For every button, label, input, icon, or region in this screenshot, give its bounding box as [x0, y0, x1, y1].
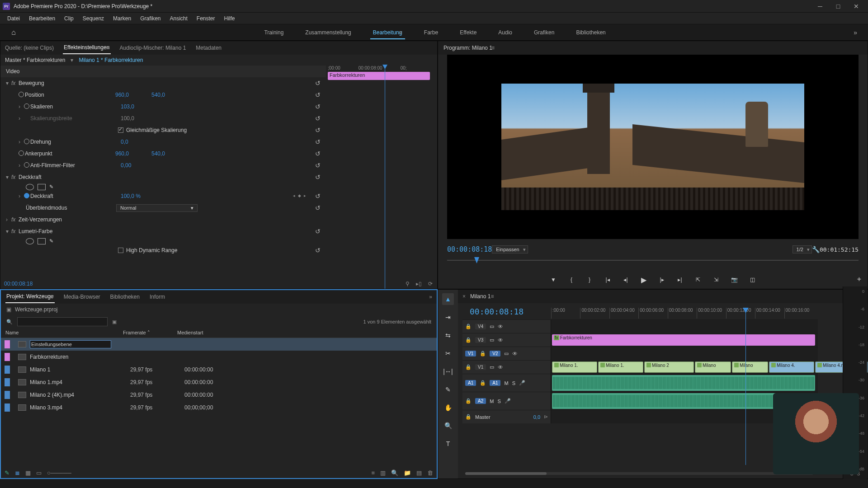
solo-icon[interactable]: S	[497, 399, 500, 404]
clip-video[interactable]: Milano 2	[644, 361, 694, 373]
razor-tool[interactable]: ✂	[442, 347, 454, 359]
timeline-timecode[interactable]: 00:00:08:18	[470, 307, 524, 316]
delete-icon[interactable]: 🗑	[427, 469, 433, 476]
ec-time-remap[interactable]: Zeit-Verzerrungen	[19, 216, 109, 223]
voice-icon[interactable]: 🎤	[505, 398, 511, 404]
lock-icon[interactable]: 🔒	[480, 380, 486, 386]
track-a2[interactable]: A2	[475, 398, 486, 404]
reset-icon[interactable]: ↺	[315, 115, 321, 122]
lock-icon[interactable]: 🔒	[465, 364, 472, 370]
mask-pen-icon[interactable]: ✎	[49, 184, 57, 190]
kf-prev-icon[interactable]: ◂	[293, 193, 295, 198]
mask-rect-icon[interactable]	[38, 184, 46, 190]
program-tc-current[interactable]: 00:00:08:18	[447, 245, 492, 253]
eye-icon[interactable]: 👁	[498, 364, 503, 371]
close-button[interactable]: ✕	[847, 0, 865, 13]
mark-in-icon[interactable]: ▼	[549, 275, 558, 284]
label-chip[interactable]	[5, 353, 10, 361]
ec-flicker-v[interactable]: 0,00	[121, 162, 157, 169]
expand-icon[interactable]: ⊳	[544, 414, 548, 420]
label-chip[interactable]	[5, 404, 10, 412]
tab-media-browser[interactable]: Media-Browser	[63, 291, 101, 303]
ws-menu-icon[interactable]: ≡	[399, 29, 402, 36]
list-view-icon[interactable]: ≣	[15, 469, 20, 476]
zoom-slider[interactable]: ○─────	[47, 469, 71, 476]
new-bin-icon[interactable]: 📁	[404, 469, 411, 476]
mute-icon[interactable]: M	[504, 380, 508, 386]
ec-anc-y[interactable]: 540,0	[151, 150, 188, 157]
ws-training[interactable]: Training	[261, 26, 286, 39]
kf-add-icon[interactable]: ◆	[298, 193, 301, 198]
source-v1[interactable]: V1	[465, 351, 476, 357]
menu-sequenz[interactable]: Sequenz	[78, 14, 108, 23]
clip-video[interactable]: Milano 4.	[769, 361, 814, 373]
rename-input[interactable]	[30, 340, 111, 348]
icon-view-icon[interactable]: ▦	[25, 469, 31, 476]
comparison-icon[interactable]: ◫	[748, 275, 757, 284]
ec-opacity-v[interactable]: 100,0 %	[121, 193, 157, 199]
menu-marken[interactable]: Marken	[108, 14, 136, 23]
zoom-tool[interactable]: 🔍	[442, 420, 454, 432]
voice-icon[interactable]: 🎤	[519, 380, 525, 386]
project-row[interactable]	[1, 338, 437, 351]
step-fwd-icon[interactable]: |▸	[657, 275, 666, 284]
lock-icon[interactable]: 🔒	[480, 351, 486, 357]
new-item-icon[interactable]: ✎	[5, 469, 9, 476]
ec-rotation-v[interactable]: 0,0	[121, 139, 157, 145]
search-input[interactable]	[17, 317, 108, 326]
ec-lumetri[interactable]: Lumetri-Farbe	[19, 228, 109, 235]
ec-clip-link[interactable]: Milano 1 * Farbkorrekturen	[79, 57, 143, 63]
ec-scale-v[interactable]: 103,0	[121, 103, 157, 110]
lock-icon[interactable]: 🔒	[465, 324, 472, 329]
label-chip[interactable]	[5, 378, 10, 386]
tab-metadaten[interactable]: Metadaten	[195, 42, 222, 54]
lock-icon[interactable]: 🔒	[465, 414, 472, 420]
track-a1[interactable]: A1	[490, 380, 500, 386]
ws-editing[interactable]: Bearbeitung ≡	[370, 26, 405, 39]
program-scrubber[interactable]	[447, 257, 859, 263]
label-chip[interactable]	[5, 366, 10, 374]
ec-timecode[interactable]: 00:00:08:18	[4, 281, 33, 287]
lock-icon[interactable]: 🔒	[465, 398, 472, 404]
menu-clip[interactable]: Clip	[60, 14, 78, 23]
step-back-icon[interactable]: ◂|	[621, 275, 630, 284]
ws-graphics[interactable]: Grafiken	[531, 26, 557, 39]
col-name[interactable]: Name	[5, 330, 123, 336]
ec-opacity-section[interactable]: Deckkraft	[19, 174, 109, 180]
project-row[interactable]: Milano 1.mp429,97 fps00:00:00:00	[1, 376, 437, 389]
tabs-overflow-icon[interactable]: »	[429, 294, 432, 300]
project-row[interactable]: Milano 129,97 fps00:00:00:00	[1, 363, 437, 376]
reset-icon[interactable]: ↺	[315, 91, 321, 99]
mask-pen-icon[interactable]: ✎	[49, 238, 57, 244]
wrench-icon[interactable]: 🔧	[812, 246, 820, 253]
ec-anc-x[interactable]: 960,0	[115, 150, 151, 157]
freeform-view-icon[interactable]: ▭	[36, 469, 42, 476]
stopwatch-icon[interactable]	[24, 103, 29, 109]
automate-icon[interactable]: ▥	[380, 469, 386, 476]
mask-ellipse-icon[interactable]	[26, 184, 34, 190]
go-in-icon[interactable]: |◂	[603, 275, 612, 284]
reset-icon[interactable]: ↺	[315, 162, 321, 169]
reset-icon[interactable]: ↺	[315, 228, 321, 235]
timeline-ruler[interactable]: :00:0000:00:02:0000:00:04:0000:00:06:000…	[551, 308, 813, 319]
clip-video[interactable]: Milano	[732, 361, 768, 373]
col-medienstart[interactable]: Medienstart	[177, 330, 203, 336]
uniform-checkbox[interactable]	[118, 127, 123, 133]
tab-quelle[interactable]: Quelle: (keine Clips)	[4, 42, 55, 54]
find-icon[interactable]: 🔍	[391, 469, 398, 476]
stopwatch-icon[interactable]	[24, 193, 29, 198]
ws-effects[interactable]: Effekte	[457, 26, 479, 39]
ec-pos-y[interactable]: 540,0	[151, 92, 188, 98]
tab-audio-mixer[interactable]: Audioclip-Mischer: Milano 1	[119, 42, 187, 54]
ec-motion[interactable]: Bewegung	[19, 80, 109, 86]
ws-libraries[interactable]: Bibliotheken	[573, 26, 608, 39]
toggle-track-icon[interactable]: ▭	[504, 351, 509, 357]
lift-icon[interactable]: ⇱	[693, 275, 703, 284]
lock-icon[interactable]: 🔒	[465, 337, 472, 343]
hand-tool[interactable]: ✋	[442, 402, 454, 413]
toggle-icon[interactable]: ⟳	[428, 281, 433, 287]
stopwatch-icon[interactable]	[19, 92, 24, 97]
zoom-dropdown[interactable]: 1/2	[793, 245, 812, 253]
filter-bin-icon[interactable]: ▣	[112, 319, 117, 325]
stopwatch-icon[interactable]	[24, 162, 29, 168]
